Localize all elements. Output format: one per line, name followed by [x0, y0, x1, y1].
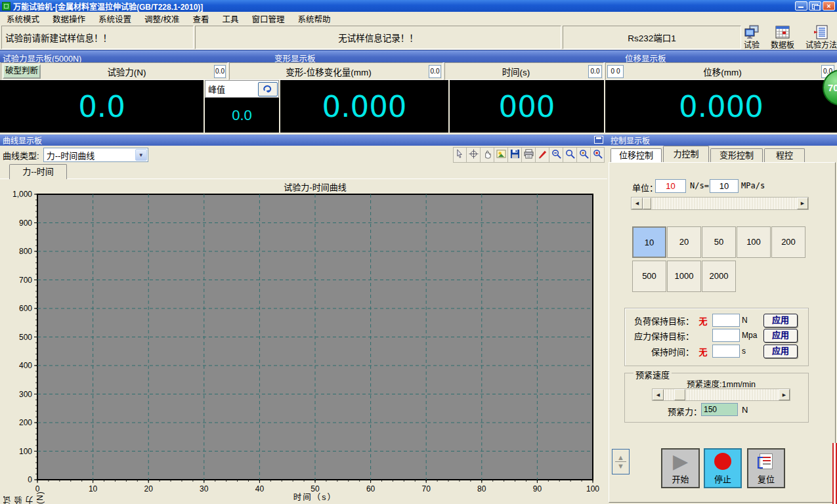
zoom-tool-button[interactable] — [563, 147, 577, 163]
close-button[interactable]: × — [823, 1, 835, 10]
speed-button-1000[interactable]: 1000 — [667, 261, 701, 292]
zoom-out-icon — [551, 149, 561, 161]
hold-row-status: 无 — [694, 314, 712, 327]
menu-item-7[interactable]: 窗口管理 — [246, 11, 291, 26]
displacement-label: 位移(mm) — [625, 65, 820, 78]
minimize-button[interactable] — [795, 1, 807, 10]
image-tool-button[interactable] — [494, 147, 508, 163]
hold-row-unit: Mpa — [740, 331, 758, 340]
panel-restore-icon[interactable] — [594, 136, 603, 144]
speed-button-500[interactable]: 500 — [632, 261, 666, 292]
tab-程控[interactable]: 程控 — [764, 148, 805, 162]
start-button[interactable]: ▶ 开始 — [661, 448, 700, 488]
svg-text:400: 400 — [19, 361, 32, 370]
print-tool-button[interactable] — [522, 147, 536, 163]
rate-scrollbar[interactable]: ◀ ▶ — [631, 197, 809, 210]
restore-button[interactable] — [809, 1, 821, 10]
zoom-in-tool-button[interactable] — [577, 147, 591, 163]
apply-button[interactable]: 应用 — [763, 345, 798, 358]
save-tool-button[interactable] — [508, 147, 522, 163]
svg-text:300: 300 — [19, 390, 32, 399]
tab-变形控制[interactable]: 变形控制 — [710, 148, 763, 162]
force-label: 试验力(N) — [41, 65, 213, 78]
print-icon — [524, 149, 534, 161]
reset-doc-icon — [760, 453, 773, 469]
hold-row-input[interactable] — [712, 314, 740, 327]
zoom-out-tool-button[interactable] — [549, 147, 563, 163]
speed-button-200[interactable]: 200 — [771, 226, 805, 258]
save-icon — [510, 149, 520, 161]
force-time-chart: 01002003004005006007008009001,0000102030… — [0, 179, 607, 504]
hold-row-input[interactable] — [712, 345, 740, 358]
hand-tool-button[interactable] — [481, 147, 494, 163]
reset-button-label: 复位 — [758, 472, 775, 485]
pretension-scrollbar-thumb[interactable] — [674, 389, 685, 400]
scroll-right-icon[interactable]: ▶ — [797, 198, 808, 209]
apply-button[interactable]: 应用 — [763, 314, 798, 327]
menu-item-3[interactable]: 系统设置 — [92, 11, 138, 26]
scroll-right-icon[interactable]: ▶ — [779, 389, 790, 400]
display-panel-headers: 试验力显示板(5000N) 变形显示板 位移显示板 — [0, 50, 837, 62]
jog-up-down-button[interactable]: ▲ ▼ — [612, 449, 630, 474]
pointer-tool-button[interactable] — [453, 147, 467, 163]
stop-button[interactable]: 停止 — [704, 448, 742, 488]
break-judge-button[interactable]: 破型判断 — [3, 64, 41, 79]
pen-icon — [538, 149, 547, 161]
svg-text:1,000: 1,000 — [12, 190, 32, 199]
menu-bar: 系统模式数据操作系统设置调整/校准查看工具窗口管理系统帮助 — [0, 12, 837, 25]
menu-item-6[interactable]: 工具 — [216, 11, 246, 26]
rate-scrollbar-track[interactable] — [643, 198, 797, 209]
curve-type-select[interactable]: 力--时间曲线 ▼ — [43, 148, 148, 162]
tab-位移控制[interactable]: 位移控制 — [611, 148, 662, 162]
data-board-icon — [775, 25, 790, 41]
menu-item-5[interactable]: 查看 — [186, 11, 216, 26]
move-tool-button[interactable] — [467, 147, 481, 163]
pretension-scrollbar[interactable]: ◀ ▶ — [652, 388, 790, 401]
speed-button-50[interactable]: 50 — [702, 226, 736, 258]
peak-refresh-button[interactable] — [258, 82, 278, 96]
speed-button-2000[interactable]: 2000 — [702, 261, 736, 292]
chevron-down-icon[interactable]: ▼ — [135, 149, 147, 161]
rate-value-input[interactable] — [655, 179, 686, 193]
quick-icon-label: 试验方法 — [805, 41, 837, 50]
time-label: 时间(s) — [445, 65, 587, 78]
quick-数据板[interactable]: 数据板 — [771, 25, 794, 50]
menu-item-2[interactable]: 数据操作 — [46, 11, 92, 26]
speed-button-20[interactable]: 20 — [667, 226, 701, 258]
clipped-edge-element — [832, 443, 837, 504]
window-title: 万能试验机-[金属材料室温拉伸试验(GB/T228.1-2010)] — [13, 1, 203, 12]
hold-row-unit: s — [740, 346, 758, 356]
time-small-value: 0.0 — [588, 65, 602, 78]
menu-item-4[interactable]: 调整/校准 — [138, 11, 186, 26]
tab-force-time[interactable]: 力--时间 — [9, 164, 67, 179]
zoom-reset-tool-button[interactable] — [591, 147, 605, 163]
quick-试验[interactable]: 试验 — [744, 25, 760, 50]
start-button-label: 开始 — [672, 472, 689, 485]
rate-value2-input[interactable] — [710, 179, 739, 193]
control-panel-header: 控制显示板 — [607, 135, 837, 146]
pen-tool-button[interactable] — [536, 147, 549, 163]
play-icon: ▶ — [673, 452, 688, 471]
svg-text:900: 900 — [19, 219, 32, 228]
apply-button[interactable]: 应用 — [763, 329, 798, 343]
quick-icon-label: 数据板 — [771, 41, 794, 50]
menu-item-8[interactable]: 系统帮助 — [291, 11, 337, 26]
scroll-left-icon[interactable]: ◀ — [653, 389, 664, 400]
speed-button-10[interactable]: 10 — [632, 226, 666, 258]
pretension-scrollbar-track[interactable] — [664, 389, 779, 400]
rate-unit1: N/s= — [690, 181, 709, 190]
reset-button[interactable]: 复位 — [747, 448, 785, 488]
arrow-up-icon: ▲ — [617, 454, 624, 461]
pretension-force-unit: N — [742, 405, 748, 415]
hold-row-label: 应力保持目标： — [628, 329, 694, 342]
tab-力控制[interactable]: 力控制 — [663, 146, 709, 162]
quick-试验方法[interactable]: 试验方法 — [805, 25, 837, 50]
pretension-force-input[interactable] — [701, 403, 738, 416]
zoom-reset-icon — [593, 149, 603, 161]
menu-item-1[interactable]: 系统模式 — [0, 11, 46, 26]
scroll-left-icon[interactable]: ◀ — [632, 198, 643, 209]
speed-button-100[interactable]: 100 — [737, 226, 771, 258]
hold-row-input[interactable] — [712, 329, 740, 342]
deform-led-display: 0.000 — [280, 80, 448, 133]
rate-scrollbar-thumb[interactable] — [643, 198, 651, 209]
